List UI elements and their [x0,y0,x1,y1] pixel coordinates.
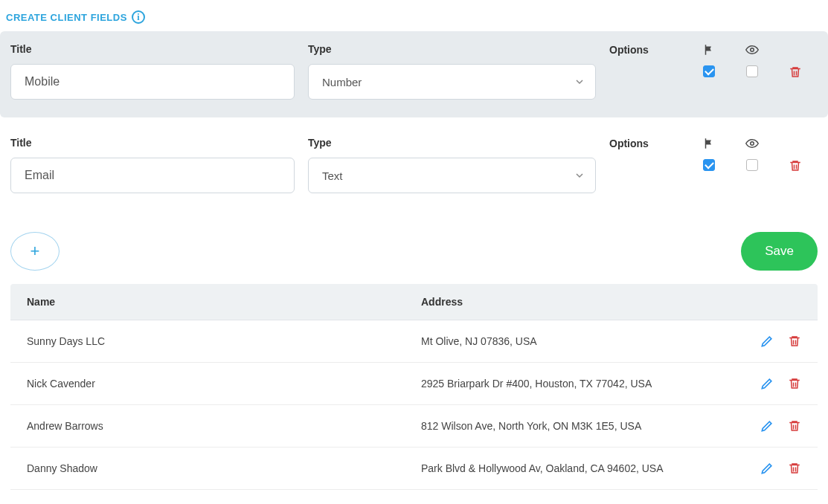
title-label: Title [10,43,295,55]
row-actions [760,419,801,433]
trash-icon[interactable] [789,65,802,79]
edit-icon[interactable] [760,376,774,391]
visibility-checkbox[interactable] [746,159,758,171]
field-row: Title Type Text Options [0,125,828,211]
type-select[interactable]: Number [308,64,596,100]
edit-icon[interactable] [760,334,774,349]
eye-icon [745,43,759,56]
clients-table: Name Address Sunny Days LLC Mt Olive, NJ… [10,284,818,490]
cell-name: Nick Cavender [27,378,421,390]
cell-address: 812 Wilson Ave, North York, ON M3K 1E5, … [421,420,760,432]
flag-checkbox[interactable] [703,65,715,77]
cell-address: 2925 Briarpark Dr #400, Houston, TX 7704… [421,378,760,390]
edit-icon[interactable] [760,419,774,433]
cell-name: Andrew Barrows [27,420,421,432]
trash-icon[interactable] [788,335,801,348]
title-column: Title [10,137,308,193]
delete-column [789,137,802,172]
cell-name: Danny Shadow [27,462,421,474]
trash-icon[interactable] [788,462,801,475]
type-select-value[interactable]: Number [308,64,596,100]
visibility-column [745,43,759,77]
page-header: CREATE CLIENT FIELDS [0,0,828,31]
plus-icon: + [31,243,40,259]
table-row: Sunny Days LLC Mt Olive, NJ 07836, USA [10,320,818,363]
flag-checkbox[interactable] [703,159,715,171]
options-controls [695,137,818,172]
flag-icon [702,137,716,150]
title-input[interactable] [10,64,295,100]
column-header-name: Name [27,296,421,308]
eye-icon [745,137,759,150]
type-column: Type Text [308,137,609,193]
cell-address: Park Blvd & Hollywood Av, Oakland, CA 94… [421,462,760,474]
title-column: Title [10,43,308,100]
svg-point-1 [751,142,754,146]
cell-name: Sunny Days LLC [27,335,421,347]
options-label: Options [609,44,649,56]
cell-address: Mt Olive, NJ 07836, USA [421,335,760,347]
action-row: + Save [0,219,828,278]
visibility-column [745,137,759,171]
row-actions [760,334,801,349]
page-title: CREATE CLIENT FIELDS [6,12,127,23]
title-input[interactable] [10,158,295,193]
table-row: Andrew Barrows 812 Wilson Ave, North Yor… [10,405,818,448]
table-row: Danny Shadow Park Blvd & Hollywood Av, O… [10,448,818,490]
edit-icon[interactable] [760,461,774,476]
type-label: Type [308,137,596,149]
add-field-button[interactable]: + [10,232,60,271]
delete-column [789,43,802,79]
type-column: Type Number [308,43,609,100]
row-actions [760,376,801,391]
flag-column [702,43,716,77]
table-header: Name Address [10,284,818,320]
title-label: Title [10,137,295,149]
options-label: Options [609,138,649,149]
options-controls [695,43,818,79]
options-column: Options [609,137,695,150]
trash-icon[interactable] [788,419,801,433]
flag-column [702,137,716,171]
trash-icon[interactable] [789,159,802,172]
type-select-value[interactable]: Text [308,158,596,193]
column-header-address: Address [421,296,801,308]
type-select[interactable]: Text [308,158,596,193]
trash-icon[interactable] [788,377,801,390]
info-icon[interactable] [132,10,145,24]
options-column: Options [609,43,695,56]
type-label: Type [308,43,596,55]
save-button[interactable]: Save [741,232,818,271]
svg-point-0 [751,48,754,52]
table-row: Nick Cavender 2925 Briarpark Dr #400, Ho… [10,363,818,405]
field-row: Title Type Number Options [0,31,828,117]
visibility-checkbox[interactable] [746,65,758,77]
row-actions [760,461,801,476]
flag-icon [702,43,716,56]
